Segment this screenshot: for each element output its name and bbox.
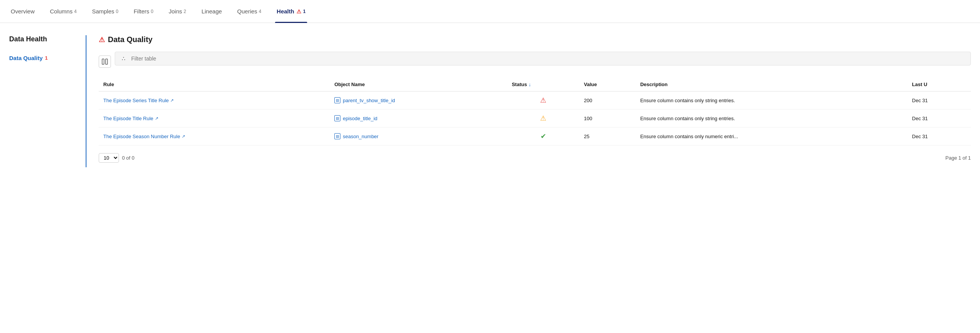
main-content: Data Health Data Quality 1 ⚠ Data Qualit… (0, 23, 980, 180)
section-title: Data Health (9, 35, 86, 43)
date-cell-1: Dec 31 (907, 109, 971, 127)
col-object-name: Object Name (330, 78, 507, 91)
svg-rect-1 (106, 59, 107, 64)
external-link-icon: ↗ (170, 98, 174, 103)
db-icon-2: ▤ (334, 133, 340, 139)
description-cell-0: Ensure column contains only string entri… (636, 91, 908, 109)
object-link-2[interactable]: ▤ season_number (334, 133, 503, 139)
top-navigation: Overview Columns 4 Samples 0 Filters 0 J… (0, 0, 980, 23)
object-name-cell-0: ▤ parent_tv_show_title_id (330, 91, 507, 109)
object-link-0[interactable]: ▤ parent_tv_show_title_id (334, 97, 503, 103)
status-cell-0: ⚠ (507, 91, 580, 109)
col-description: Description (636, 78, 908, 91)
object-name-cell-2: ▤ season_number (330, 127, 507, 145)
filters-badge: 0 (151, 9, 153, 14)
health-badge: 1 (303, 9, 306, 14)
col-value: Value (579, 78, 635, 91)
description-cell-1: Ensure column contains only string entri… (636, 109, 908, 127)
columns-toggle-button[interactable] (99, 56, 111, 68)
sidebar-item-data-quality[interactable]: Data Quality 1 (9, 52, 86, 64)
nav-item-columns[interactable]: Columns 4 (49, 0, 78, 23)
table-row: The Episode Title Rule ↗ ▤ episode_title… (99, 109, 971, 127)
external-link-icon: ↗ (182, 134, 185, 139)
col-last-updated: Last U (907, 78, 971, 91)
page-size-selector: 10 25 50 0 of 0 (99, 153, 135, 163)
status-ok-icon: ✔ (512, 132, 575, 140)
panel-title: ⚠ Data Quality (99, 35, 971, 44)
date-cell-0: Dec 31 (907, 91, 971, 109)
rule-link-2[interactable]: The Episode Season Number Rule ↗ (103, 134, 325, 139)
db-icon-1: ▤ (334, 115, 340, 121)
value-cell-2: 25 (579, 127, 635, 145)
nav-item-samples[interactable]: Samples 0 (90, 0, 120, 23)
date-cell-2: Dec 31 (907, 127, 971, 145)
health-alert-icon: ⚠ (296, 8, 301, 15)
status-cell-1: ⚠ (507, 109, 580, 127)
nav-item-filters[interactable]: Filters 0 (132, 0, 155, 23)
rule-cell-0: The Episode Series Title Rule ↗ (99, 91, 330, 109)
right-panel: ⚠ Data Quality ⛬ Rule Object Name (86, 35, 971, 167)
object-name-cell-1: ▤ episode_title_id (330, 109, 507, 127)
samples-badge: 0 (116, 9, 119, 14)
table-header-row: Rule Object Name Status↓ Value Descripti… (99, 78, 971, 91)
page-size-select[interactable]: 10 25 50 (99, 153, 119, 163)
rule-cell-2: The Episode Season Number Rule ↗ (99, 127, 330, 145)
table-row: The Episode Series Title Rule ↗ ▤ parent… (99, 91, 971, 109)
filter-input[interactable] (131, 56, 965, 62)
status-error-icon: ⚠ (512, 96, 575, 104)
columns-badge: 4 (74, 9, 77, 14)
object-link-1[interactable]: ▤ episode_title_id (334, 115, 503, 121)
rule-link-0[interactable]: The Episode Series Title Rule ↗ (103, 98, 325, 103)
external-link-icon: ↗ (155, 116, 158, 121)
nav-item-overview[interactable]: Overview (9, 0, 36, 23)
rule-link-1[interactable]: The Episode Title Rule ↗ (103, 116, 325, 121)
table-footer: 10 25 50 0 of 0 Page 1 of 1 (99, 149, 971, 167)
table-row: The Episode Season Number Rule ↗ ▤ seaso… (99, 127, 971, 145)
col-rule: Rule (99, 78, 330, 91)
rows-info: 0 of 0 (122, 155, 135, 161)
nav-item-queries[interactable]: Queries 4 (236, 0, 263, 23)
description-cell-2: Ensure column contains only numeric entr… (636, 127, 908, 145)
value-cell-0: 200 (579, 91, 635, 109)
db-icon-0: ▤ (334, 97, 340, 103)
nav-item-joins[interactable]: Joins 2 (167, 0, 188, 23)
data-quality-table: Rule Object Name Status↓ Value Descripti… (99, 78, 971, 145)
nav-item-lineage[interactable]: Lineage (200, 0, 223, 23)
filter-bar: ⛬ (115, 52, 971, 65)
value-cell-1: 100 (579, 109, 635, 127)
joins-badge: 2 (184, 9, 186, 14)
sidebar-item-label: Data Quality (9, 55, 43, 61)
pagination-info: Page 1 of 1 (946, 155, 971, 161)
col-status[interactable]: Status↓ (507, 78, 580, 91)
left-sidebar: Data Health Data Quality 1 (9, 35, 86, 167)
rule-cell-1: The Episode Title Rule ↗ (99, 109, 330, 127)
panel-warning-icon: ⚠ (99, 36, 105, 44)
status-warning-icon: ⚠ (512, 114, 575, 122)
nav-item-health[interactable]: Health ⚠ 1 (275, 0, 307, 23)
filter-icon: ⛬ (120, 55, 127, 62)
data-quality-count: 1 (45, 55, 48, 61)
sort-arrow-icon: ↓ (529, 82, 531, 87)
queries-badge: 4 (259, 9, 262, 14)
status-cell-2: ✔ (507, 127, 580, 145)
svg-rect-0 (102, 59, 104, 64)
